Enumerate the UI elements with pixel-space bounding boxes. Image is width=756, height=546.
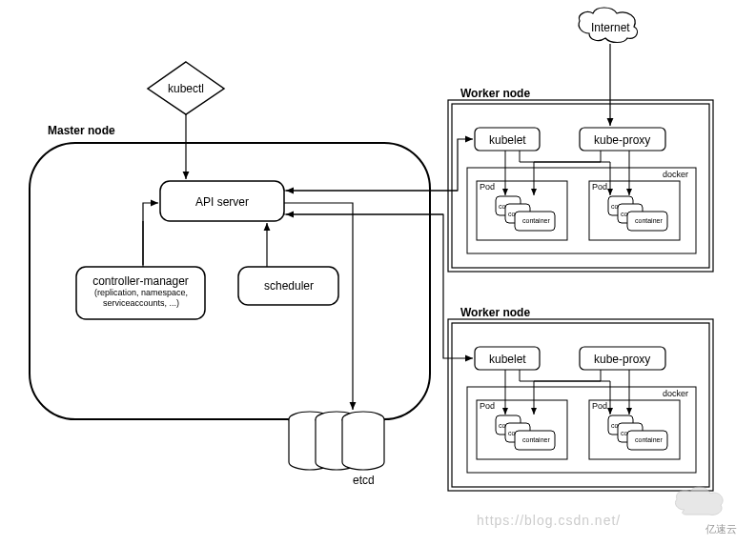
logo-text: 亿速云 bbox=[705, 522, 737, 536]
kubectl-label: kubectl bbox=[168, 82, 204, 95]
worker1-docker-label: docker bbox=[663, 170, 688, 179]
worker1-co2: co bbox=[508, 211, 515, 217]
worker2-co1: co bbox=[499, 422, 505, 429]
etcd-label: etcd bbox=[353, 474, 375, 487]
controller-manager-sub-label: (replication, namespace, serviceaccounts… bbox=[84, 288, 198, 309]
worker1-co3: co bbox=[611, 203, 618, 210]
worker1-pod2-label: Pod bbox=[592, 182, 607, 192]
worker2-docker-label: docker bbox=[663, 389, 688, 398]
internet-label: Internet bbox=[591, 21, 630, 34]
worker1-container2: container bbox=[635, 217, 663, 224]
worker2-co2: co bbox=[508, 430, 515, 436]
worker1-kubeproxy-label: kube-proxy bbox=[594, 133, 650, 147]
worker2-container2: container bbox=[635, 436, 663, 443]
worker2-kubeproxy-label: kube-proxy bbox=[594, 353, 650, 366]
worker2-co4: co bbox=[621, 430, 627, 436]
diagram-svg bbox=[0, 0, 756, 546]
worker1-container1: container bbox=[522, 217, 550, 224]
api-server-label: API server bbox=[195, 195, 249, 209]
worker1-co1: co bbox=[499, 203, 505, 210]
worker2-kubelet-label: kubelet bbox=[489, 353, 526, 366]
worker2-pod1-label: Pod bbox=[480, 401, 495, 411]
worker1-pod1-label: Pod bbox=[480, 182, 495, 192]
worker2-pod2-label: Pod bbox=[592, 401, 607, 411]
scheduler-label: scheduler bbox=[264, 279, 314, 293]
watermark-text: https://blog.csdn.net/ bbox=[477, 513, 621, 528]
worker2-title: Worker node bbox=[460, 306, 530, 319]
etcd-cylinders bbox=[289, 412, 384, 470]
controller-manager-label: controller-manager bbox=[91, 274, 191, 288]
worker1-kubelet-label: kubelet bbox=[489, 133, 526, 147]
master-title: Master node bbox=[48, 124, 115, 137]
worker2-co3: co bbox=[611, 422, 618, 429]
logo-icon bbox=[675, 487, 723, 515]
worker1-co4: co bbox=[621, 211, 627, 217]
worker1-title: Worker node bbox=[460, 87, 530, 100]
worker2-container1: container bbox=[522, 436, 550, 443]
